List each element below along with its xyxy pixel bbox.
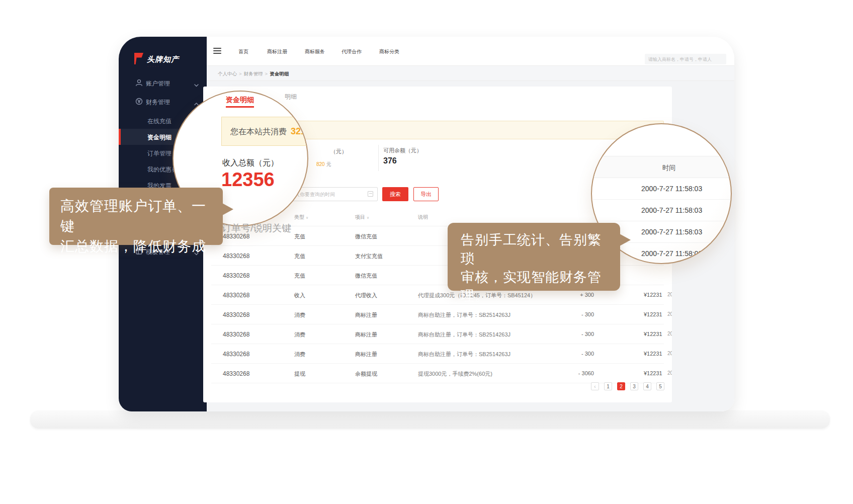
banner-fragment-value: 820 [316,161,325,167]
cell-order: 48330268 [223,311,249,318]
callout-finance-management: 高效管理账户订单、一键 汇总数据，降低财务成本 [49,188,223,245]
top-navbar: 首页 商标注册 商标服务 代理合作 商标分类 [207,37,734,66]
cell-project: 微信充值 [355,233,377,240]
pagination-page-3[interactable]: 3 [630,382,638,390]
finance-icon [135,98,143,105]
cell-order: 48330268 [223,351,249,358]
magnified-time-header: 时间 [592,156,732,178]
trademark-search-input[interactable] [645,54,726,64]
nav-item-register[interactable]: 商标注册 [267,48,287,55]
banner-fragment: 820元 [316,161,331,168]
cell-desc: 提现3000元，手续费2%(60元) [418,370,492,378]
cell-time: 2000-7-27 11:58:03 [667,311,672,317]
callout-line: 告别手工统计、告别繁琐 [461,231,610,268]
cell-amount: - 300 [550,311,594,317]
cell-type: 提现 [294,370,305,378]
breadcrumb-link[interactable]: 个人中心 [218,71,237,76]
callout-tail [222,203,233,215]
cell-time: 2000-7-27 11:58:03 [667,370,672,376]
tab-fragment[interactable]: 明细 [285,93,297,101]
magnified-column-header: 订单号/说明关键 [222,222,291,235]
cell-balance: ¥12231 [644,370,662,376]
cell-balance: ¥12231 [644,311,662,317]
pagination-page-5[interactable]: 5 [656,382,664,390]
sidebar-item-finance[interactable]: 财务管理 [119,94,207,109]
magnified-income-label: 收入总额（元） [222,158,279,169]
sidebar-item-label: 财务管理 [146,98,170,107]
magnified-tab-underline [226,106,254,108]
user-icon [135,79,143,87]
cell-order: 48330268 [223,272,249,279]
stat-divider [378,145,379,171]
stat-mid-fragment: （元） [330,148,347,155]
balance-value: 376 [383,156,397,165]
nav-item-home[interactable]: 首页 [238,48,248,55]
magnified-time-header-label: 时间 [662,163,675,173]
callout-line: 汇总数据，降低财务成本 [60,236,213,277]
logo-title: 头牌知产 [147,55,179,64]
magnified-banner: 您在本站共消费32124 [221,117,308,146]
cell-time: 2000-7-27 11:58:03 [667,331,672,337]
cell-project: 支付宝充值 [355,253,383,260]
balance-label: 可用余额（元） [383,147,422,154]
table-row: 48330268消费商标注册商标自助注册，订单号：SB2514263J- 300… [211,324,664,344]
column-header-project[interactable]: 项目∨ [355,214,369,221]
column-header-type[interactable]: 类型∨ [294,214,308,221]
logo-subtext: ····· [147,65,160,68]
cell-balance: ¥12231 [644,292,662,298]
cell-type: 收入 [294,292,305,299]
active-indicator [119,129,121,145]
cell-desc: 商标自助注册，订单号：SB2514263J [418,351,510,358]
sidebar-subitem-label: 订单管理 [147,149,172,158]
callout-line: 高效管理账户订单、一键 [60,196,213,236]
logo[interactable]: 头牌知产 ····· [134,52,199,72]
magnified-tab-label: 资金明细 [226,96,254,105]
magnified-banner-label: 您在本站共消费 [230,127,287,136]
page: 头牌知产 ····· 账户管理 财务管理 [0,0,853,504]
cell-order: 48330268 [223,292,249,299]
calendar-icon[interactable] [368,191,373,197]
table-row: 48330268消费商标注册商标自助注册，订单号：SB2514263J- 300… [211,305,664,324]
chevron-down-icon [194,81,199,85]
cell-time: 2000-7-27 11:58:03 [667,351,672,356]
magnified-time-row: 2000-7-27 11:58:03 [592,200,732,221]
pagination-page-1[interactable]: 1 [604,382,612,390]
cell-amount: - 300 [550,331,594,337]
hamburger-menu-icon[interactable] [213,48,221,54]
callout-smart-finance: 告别手工统计、告别繁琐 审核，实现智能财务管 理。 [448,223,620,291]
logo-icon [134,53,144,65]
sidebar-subitem-label: 资金明细 [147,133,172,142]
pagination: ‹ 1 2 3 4 5 [203,382,664,391]
cell-amount: - 3060 [550,370,594,376]
pagination-prev-button[interactable]: ‹ [591,382,599,390]
table-row: 48330268提现余额提现提现3000元，手续费2%(60元)- 3060¥1… [211,364,664,383]
pagination-page-2-active[interactable]: 2 [617,382,625,390]
cell-amount: - 300 [550,351,594,357]
laptop-base [30,410,830,429]
banner-fragment-unit: 元 [326,161,331,167]
cell-order: 48330268 [223,253,249,260]
nav-item-agent[interactable]: 代理合作 [342,48,362,55]
cell-project: 商标注册 [355,331,377,339]
breadcrumb-separator: > [265,71,268,76]
chevron-up-icon [194,100,199,103]
cell-project: 代理收入 [355,292,377,299]
cell-project: 商标注册 [355,311,377,319]
cell-type: 消费 [294,331,305,339]
pagination-page-4[interactable]: 4 [643,382,651,390]
table-row: 48330268消费商标注册商标自助注册，订单号：SB2514263J- 300… [211,344,664,364]
nav-item-category[interactable]: 商标分类 [379,48,399,55]
column-header-desc: 说明 [418,214,428,221]
cell-order: 48330268 [223,331,249,338]
export-button[interactable]: 导出 [413,187,439,201]
breadcrumb-link[interactable]: 财务管理 [244,71,263,76]
sidebar-item-account[interactable]: 账户管理 [119,75,207,91]
cell-order: 48330268 [223,370,249,377]
callout-tail [620,234,631,246]
cell-type: 消费 [294,311,305,319]
nav-item-service[interactable]: 商标服务 [305,48,325,55]
cell-project: 余额提现 [355,370,377,378]
search-button[interactable]: 搜索 [382,187,408,201]
magnified-time-row: 2000-7-27 11:58:03 [592,178,732,200]
breadcrumb-current: 资金明细 [270,71,289,76]
